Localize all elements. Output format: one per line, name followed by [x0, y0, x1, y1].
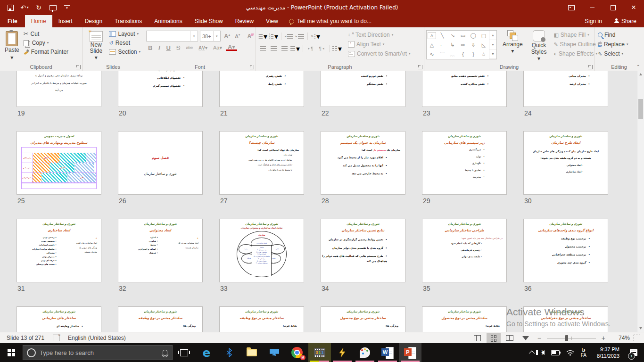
- slide-thumbnail[interactable]: • نقش آشوب زدايي• نقش تخصيص دهنده منابع•…: [422, 71, 507, 107]
- shape-gallery-item[interactable]: ◯: [468, 31, 479, 40]
- tab-transitions[interactable]: Transitions: [108, 15, 148, 27]
- file-explorer-icon[interactable]: [240, 343, 263, 362]
- slide-thumbnail[interactable]: تئوري و ساختار سازمانانواع گروه بندی واح…: [523, 219, 608, 282]
- clipboard-dialog-launcher[interactable]: [76, 65, 81, 69]
- edge-icon[interactable]: e: [195, 343, 218, 362]
- rtl-paragraph-icon[interactable]: ▸¶: [306, 44, 315, 53]
- justify-icon[interactable]: ▾: [290, 44, 300, 53]
- tab-view[interactable]: View: [260, 15, 284, 27]
- shrink-font-icon[interactable]: A▾: [233, 33, 241, 39]
- reset-button[interactable]: ↺Reset: [107, 39, 142, 47]
- zoom-slider[interactable]: [547, 338, 596, 338]
- volume-icon[interactable]: [538, 343, 547, 362]
- align-right-icon[interactable]: [280, 44, 289, 53]
- drawing-dialog-launcher[interactable]: [588, 65, 593, 69]
- slide-thumbnail[interactable]: تئوري و ساختار سازمانساختار مبتني بر نوع…: [321, 306, 405, 332]
- change-case-icon[interactable]: Aa▾: [211, 45, 224, 51]
- task-view-button[interactable]: [173, 343, 195, 362]
- slide-thumbnail[interactable]: • نقش تشريفاتي• نقش رهبري• نقش رابط: [219, 71, 304, 107]
- slide-thumbnail[interactable]: تئوري و ساختار سازمانساختار مبتني بر نوع…: [523, 306, 608, 332]
- bluetooth-icon[interactable]: [218, 343, 240, 362]
- quick-styles-button[interactable]: Quick Styles▾: [528, 29, 550, 64]
- scroll-up-icon[interactable]: [637, 71, 644, 78]
- slide-thumbnail[interactable]: تئوري و ساختار سازمانابعاد محتوايي✦ ابعا…: [118, 219, 203, 282]
- tab-file[interactable]: File: [0, 15, 25, 27]
- font-size-combo[interactable]: 38+▾: [200, 31, 221, 41]
- text-direction-button[interactable]: Text Direction▾: [347, 31, 412, 39]
- close-button[interactable]: ×: [623, 0, 644, 15]
- convert-smartart-button[interactable]: Convert to SmartArt▾: [347, 50, 412, 58]
- slide-thumbnail[interactable]: تئوري و ساختار سازمانساختار مبتني بر نوع…: [118, 306, 203, 332]
- taskbar-search-box[interactable]: Type here to search: [23, 345, 173, 360]
- italic-button[interactable]: I: [156, 44, 162, 51]
- increase-indent-icon[interactable]: ▸: [295, 32, 305, 41]
- clear-formatting-icon[interactable]: A: [247, 33, 251, 40]
- slide-thumbnail[interactable]: تئوري و ساختار سازمانسازمان به عنوان يک …: [321, 131, 405, 195]
- maximize-button[interactable]: [603, 0, 623, 15]
- zoom-out-icon[interactable]: −: [535, 334, 544, 342]
- grow-font-icon[interactable]: A▴: [223, 33, 231, 40]
- zoom-in-icon[interactable]: +: [599, 334, 608, 342]
- slide-thumbnail[interactable]: تئوري و ساختار سازمانابعاد ساختاری✦ ابعا…: [17, 219, 101, 282]
- slide-thumbnail[interactable]: تئوري و ساختار سازمانساختار های سازمانی•…: [17, 306, 101, 332]
- this-pc-icon[interactable]: [263, 343, 286, 362]
- replace-button[interactable]: abacReplace▾: [596, 41, 629, 48]
- word-icon[interactable]: W: [376, 343, 399, 362]
- paste-button[interactable]: Paste▾: [2, 29, 22, 63]
- shape-gallery-item[interactable]: ▭: [458, 31, 468, 40]
- reading-view-button[interactable]: [503, 333, 517, 343]
- customize-qat-icon[interactable]: ▾: [63, 4, 71, 11]
- shape-gallery-item[interactable]: ﹏: [447, 49, 458, 59]
- shape-gallery-item[interactable]: ☆: [479, 49, 489, 59]
- tab-design[interactable]: Design: [79, 15, 108, 27]
- shape-gallery-item[interactable]: ⌐: [437, 40, 447, 49]
- slideshow-view-button[interactable]: [519, 333, 533, 343]
- shape-fill-button[interactable]: ◧Shape Fill▾: [552, 31, 601, 39]
- slide-thumbnail[interactable]: تئوري و ساختار سازماننتايج تعيين ساختار …: [321, 219, 405, 282]
- new-slide-button[interactable]: New Slide▾: [84, 29, 107, 63]
- align-text-button[interactable]: Align Text▾: [347, 41, 412, 48]
- shape-gallery-item[interactable]: ↘: [447, 31, 458, 40]
- font-dialog-launcher[interactable]: [250, 65, 254, 69]
- gallery-down-icon[interactable]: ▼: [489, 40, 496, 49]
- line-spacing-icon[interactable]: ⇅▾: [311, 32, 320, 41]
- columns-icon[interactable]: ▾: [332, 44, 342, 53]
- slide-thumbnail[interactable]: فصل سومتئوری و ساختار سازمان: [118, 131, 203, 195]
- winamp-icon[interactable]: [331, 343, 354, 362]
- slide-thumbnail[interactable]: تئوري و ساختار سازمانساختار مبتني بر نوع…: [219, 306, 304, 332]
- fit-slide-to-window-icon[interactable]: [634, 335, 640, 341]
- bullets-icon[interactable]: ▾: [258, 32, 267, 41]
- slide-thumbnail[interactable]: تئوري و ساختار سازمانطراحي ساختار سازمان…: [422, 219, 507, 282]
- arrange-button[interactable]: Arrange▾: [500, 29, 526, 57]
- paragraph-dialog-launcher[interactable]: [418, 65, 422, 69]
- copy-button[interactable]: Copy▾: [22, 39, 70, 47]
- redo-icon[interactable]: ↻: [35, 4, 42, 11]
- slide-thumbnail[interactable]: تئوري و ساختار سازمانزير سيستم هاي سازما…: [422, 131, 507, 195]
- tab-animations[interactable]: Animations: [148, 15, 188, 27]
- normal-view-button[interactable]: [471, 333, 485, 343]
- share-button[interactable]: Share: [614, 18, 636, 25]
- spellcheck-icon[interactable]: [53, 335, 59, 341]
- section-button[interactable]: Section▾: [107, 48, 142, 56]
- bold-button[interactable]: B: [146, 44, 154, 51]
- layout-button[interactable]: Layout▾: [107, 30, 142, 38]
- format-painter-button[interactable]: Format Painter: [22, 48, 70, 56]
- collapse-ribbon-icon[interactable]: ⌃: [636, 64, 640, 69]
- undo-icon[interactable]: ↶▾: [21, 4, 28, 11]
- language-switcher[interactable]: فاFA: [578, 343, 589, 362]
- ltr-paragraph-icon[interactable]: ¶◂: [317, 44, 326, 53]
- align-left-icon[interactable]: [258, 44, 267, 53]
- shape-gallery-item[interactable]: ⌒: [437, 49, 447, 59]
- shape-gallery-item[interactable]: ╲: [437, 31, 447, 40]
- shape-gallery-item[interactable]: ▢: [479, 31, 489, 40]
- slide-thumbnail[interactable]: تئوري و ساختار سازمانتعامل ابعاد ساختاري…: [219, 219, 304, 282]
- slide-thumbnail[interactable]: برنامه ريزي، سازمان دهي، رهبري و كنترل ب…: [17, 71, 101, 107]
- font-color-icon[interactable]: A▾: [226, 44, 237, 51]
- gallery-more-icon[interactable]: ▼: [489, 49, 496, 59]
- shape-gallery-item[interactable]: ↳: [447, 40, 458, 49]
- shape-gallery-item[interactable]: ∿: [427, 49, 437, 59]
- wifi-icon[interactable]: [563, 343, 577, 362]
- slide-sorter-view[interactable]: برنامه ريزي، سازمان دهي، رهبري و كنترل ب…: [0, 71, 637, 332]
- paint-icon[interactable]: [354, 343, 376, 362]
- chrome-icon[interactable]: M: [286, 343, 308, 362]
